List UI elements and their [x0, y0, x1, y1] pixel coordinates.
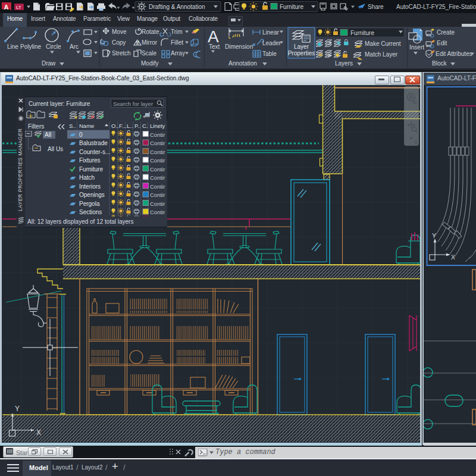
svg-text:Linear: Linear — [262, 29, 279, 36]
svg-text:Sections: Sections — [79, 209, 102, 215]
svg-text:All Us: All Us — [48, 146, 63, 152]
svg-text:Circle: Circle — [46, 43, 61, 50]
svg-text:Stretch: Stretch — [112, 50, 131, 57]
svg-text:C.: C. — [142, 123, 148, 129]
svg-text:L..: L.. — [127, 123, 133, 129]
svg-text:Interiors: Interiors — [79, 183, 101, 190]
svg-text:Make Current: Make Current — [365, 40, 401, 47]
svg-text:Linety: Linety — [150, 123, 165, 129]
svg-text:Contir: Contir — [150, 209, 165, 215]
svg-text:Scale: Scale — [142, 50, 156, 57]
svg-text:Create: Create — [437, 29, 455, 36]
svg-text:Line: Line — [7, 43, 18, 50]
svg-text:Block: Block — [432, 60, 447, 67]
svg-text:Name: Name — [79, 123, 94, 129]
svg-text:S..: S.. — [69, 123, 76, 129]
svg-text:Edit Attributes: Edit Attributes — [436, 51, 472, 57]
svg-text:Text: Text — [209, 43, 220, 50]
svg-text:All: All — [45, 131, 51, 138]
svg-text:X: X — [36, 428, 41, 437]
svg-text:Rotate: Rotate — [142, 29, 159, 35]
svg-text:Share: Share — [368, 4, 384, 10]
svg-text:Drafting & Annotation: Drafting & Annotation — [149, 4, 205, 10]
svg-text:Layer: Layer — [294, 43, 309, 50]
svg-text:Draw: Draw — [42, 60, 56, 67]
svg-text:Hatch: Hatch — [79, 174, 95, 181]
svg-text:Pergola: Pergola — [79, 201, 100, 207]
svg-text:Contir: Contir — [150, 192, 165, 198]
svg-text:Contir: Contir — [150, 157, 165, 164]
svg-text:Layers: Layers — [335, 60, 353, 67]
svg-text:Leader: Leader — [262, 40, 281, 46]
svg-text:Balustrade: Balustrade — [79, 140, 108, 146]
svg-text:Polyline: Polyline — [20, 43, 41, 50]
svg-text:Counter-s...: Counter-s... — [79, 149, 110, 155]
svg-text:Contir: Contir — [150, 183, 165, 190]
svg-text:Trim: Trim — [171, 29, 183, 35]
svg-text:AutoCAD-LT-FY25_Fire-Station-B: AutoCAD-LT-FY25_Fire-Station-B — [396, 4, 476, 10]
svg-text:Fixtures: Fixtures — [79, 157, 101, 164]
svg-text:Furniture: Furniture — [280, 4, 303, 10]
svg-text:Openings: Openings — [79, 192, 105, 198]
svg-text:Furniture: Furniture — [79, 166, 103, 173]
svg-text:Edit: Edit — [437, 40, 447, 46]
svg-text:Array: Array — [171, 50, 185, 57]
svg-text:2D: 2D — [412, 101, 417, 104]
svg-text:Annotation: Annotation — [228, 60, 257, 67]
svg-text:LT: LT — [16, 5, 21, 10]
svg-text:Match Layer: Match Layer — [365, 51, 398, 58]
svg-text:Move: Move — [112, 29, 127, 35]
svg-text:Contir: Contir — [150, 166, 165, 173]
svg-text:Copy: Copy — [112, 39, 126, 46]
svg-text:Contir: Contir — [150, 201, 165, 207]
svg-text:0: 0 — [79, 131, 83, 138]
svg-text:Contir: Contir — [150, 131, 165, 138]
svg-text:Contir: Contir — [150, 140, 165, 146]
svg-text:Arc: Arc — [70, 43, 79, 50]
svg-text:Mirror: Mirror — [142, 39, 158, 46]
svg-text:Properties: Properties — [288, 50, 315, 57]
svg-text:F...: F... — [119, 123, 127, 129]
svg-text:Dimension: Dimension — [225, 43, 253, 50]
svg-text:X: X — [451, 254, 455, 261]
svg-text:Y: Y — [15, 405, 20, 413]
svg-text:Contir: Contir — [150, 174, 165, 181]
svg-text:O..: O.. — [111, 123, 119, 129]
svg-text:Y: Y — [432, 233, 436, 239]
svg-text:Insert: Insert — [409, 44, 424, 51]
svg-text:A: A — [4, 4, 9, 11]
svg-text:P..: P.. — [134, 123, 140, 129]
svg-text:Furniture: Furniture — [350, 30, 374, 36]
svg-text:Fillet: Fillet — [171, 39, 183, 46]
svg-text:Modify: Modify — [141, 60, 158, 67]
svg-text:Table: Table — [262, 51, 277, 57]
svg-text:Contir: Contir — [150, 149, 165, 155]
